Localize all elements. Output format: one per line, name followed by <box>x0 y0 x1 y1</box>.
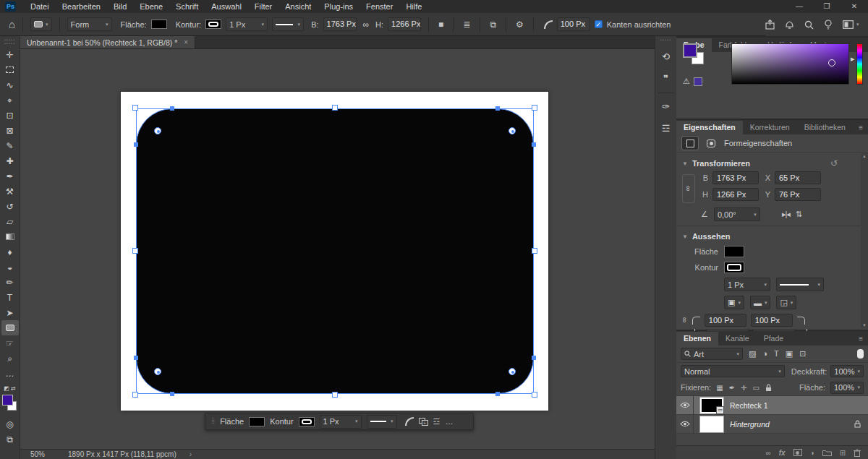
handle-bottom-center[interactable] <box>332 392 338 398</box>
rectangle-tool[interactable] <box>1 320 19 335</box>
layer-name[interactable]: Rechteck 1 <box>730 401 768 410</box>
foreground-background-swatches[interactable] <box>1 395 19 413</box>
layer-name[interactable]: Hintergrund <box>730 420 770 429</box>
drag-handle[interactable]: ⣿ <box>211 420 215 423</box>
foreground-color-swatch[interactable] <box>2 395 13 406</box>
search-icon[interactable] <box>804 20 814 30</box>
radius-widget-bottom-right[interactable] <box>509 368 516 375</box>
x-field[interactable]: 65 Px <box>775 171 821 184</box>
transform-section-header[interactable]: ▼ Transformieren ↺ <box>676 153 868 171</box>
anchor-point[interactable] <box>170 392 174 396</box>
properties-scrollbar[interactable]: ▲ ▼ <box>861 153 868 328</box>
tab-bibliotheken[interactable]: Bibliotheken <box>797 121 853 134</box>
stroke-width-select[interactable]: 1 Px ▾ <box>226 17 268 31</box>
gear-icon[interactable]: ⚙ <box>514 20 526 30</box>
radius-widget-top-left[interactable] <box>154 127 161 134</box>
filter-type-layers-icon[interactable]: T <box>774 349 779 359</box>
clone-stamp-tool[interactable]: ⚒ <box>1 184 19 199</box>
scroll-up-icon[interactable]: ▲ <box>861 154 868 158</box>
share-icon[interactable] <box>765 20 775 30</box>
frame-tool[interactable]: ⊠ <box>1 123 19 138</box>
minimize-button[interactable]: — <box>786 0 813 13</box>
visibility-toggle[interactable] <box>676 415 694 433</box>
handle-mid-left[interactable] <box>132 248 138 254</box>
status-chevron-icon[interactable]: › <box>190 450 192 458</box>
mask-properties-button[interactable] <box>703 137 719 150</box>
new-layer-icon[interactable]: ⊞ <box>840 449 846 457</box>
align-edges-checkbox[interactable]: ✓ <box>595 20 603 28</box>
y-field[interactable]: 76 Px <box>775 188 821 201</box>
link-dimensions-icon[interactable]: ∞ <box>682 174 695 203</box>
stroke-width-select[interactable]: 1 Px ▾ <box>320 415 362 429</box>
duplicate-shape-icon[interactable]: + <box>419 418 428 426</box>
lock-transparency-icon[interactable]: ▦ <box>716 384 723 392</box>
comments-panel-icon[interactable]: ❞ <box>658 69 675 87</box>
appearance-section-header[interactable]: ▼ Aussehen <box>676 226 868 244</box>
lock-all-icon[interactable] <box>765 384 772 392</box>
collapse-arrow-icon[interactable]: ▼ <box>682 160 688 167</box>
menu-bild[interactable]: Bild <box>107 0 133 13</box>
tab-close-icon[interactable]: × <box>184 38 188 46</box>
workspace-switcher[interactable]: ▾ <box>843 20 859 29</box>
dodge-tool[interactable]: ◒ <box>1 259 19 275</box>
anchor-point[interactable] <box>532 356 536 360</box>
panel-grip[interactable]: ••••• <box>660 36 672 43</box>
handle-top-right[interactable] <box>532 105 537 111</box>
menu-auswahl[interactable]: Auswahl <box>205 0 248 13</box>
zoom-level-field[interactable]: 50% <box>30 450 68 458</box>
link-dimensions-icon[interactable]: ∞ <box>361 20 372 30</box>
default-colors-icon[interactable]: ◩ ⇄ <box>4 385 15 392</box>
history-panel-icon[interactable]: ⟲ <box>658 48 675 65</box>
color-picker-cursor[interactable] <box>828 59 835 67</box>
stroke-style-select[interactable]: ▾ <box>776 278 824 291</box>
menu-bearbeiten[interactable]: Bearbeiten <box>56 0 107 13</box>
eyedropper-tool[interactable]: ✎ <box>1 138 19 153</box>
handle-top-left[interactable] <box>132 105 138 111</box>
tool-preset-picker[interactable]: ▾ <box>30 17 52 31</box>
sliders-icon[interactable]: ☲ <box>433 417 441 426</box>
flip-vertical-icon[interactable]: ⇅ <box>796 210 801 219</box>
blend-mode-select[interactable]: Normal ▾ <box>681 365 785 377</box>
blur-tool[interactable]: ♦ <box>1 244 19 259</box>
lightbulb-icon[interactable] <box>824 20 833 30</box>
filter-smart-objects-icon[interactable]: ⊡ <box>799 349 806 359</box>
fill-swatch[interactable] <box>724 246 744 257</box>
stroke-width-select[interactable]: 1 Px ▾ <box>724 278 770 291</box>
move-tool[interactable]: ✛ <box>1 47 19 62</box>
filter-adjustment-layers-icon[interactable]: ◑ <box>762 349 767 359</box>
marquee-tool[interactable] <box>1 62 19 77</box>
radius-top-right-field[interactable]: 100 Px <box>751 314 793 327</box>
eraser-tool[interactable]: ▱ <box>1 214 19 229</box>
stroke-style-select[interactable]: ▾ <box>367 415 397 429</box>
path-operations-icon[interactable]: ■ <box>436 20 446 30</box>
tab-eigenschaften[interactable]: Eigenschaften <box>676 121 743 134</box>
filter-shape-layers-icon[interactable]: ▣ <box>786 349 793 359</box>
collapse-arrow-icon[interactable]: ▼ <box>682 233 688 240</box>
lock-position-icon[interactable]: ✛ <box>741 384 746 392</box>
menu-filter[interactable]: Filter <box>248 0 278 13</box>
pen-tool[interactable]: ✏ <box>1 275 19 290</box>
filter-toggle-switch[interactable] <box>857 349 864 359</box>
layer-row-hintergrund[interactable]: Hintergrund <box>676 415 868 434</box>
panel-menu-icon[interactable]: ≡ <box>854 124 868 134</box>
gamut-warning[interactable]: ⚠ <box>683 77 702 86</box>
fill-opacity-select[interactable]: 100% ▾ <box>830 382 864 394</box>
close-button[interactable]: ✕ <box>841 0 868 13</box>
tool-mode-select[interactable]: Form ▾ <box>67 17 112 31</box>
object-selection-tool[interactable]: ⌖ <box>1 93 19 108</box>
menu-ansicht[interactable]: Ansicht <box>278 0 318 13</box>
brush-tool[interactable]: ✒ <box>1 168 19 184</box>
adjustment-layer-icon[interactable]: ◑ <box>810 449 814 457</box>
canvas-area[interactable]: ⣿ Fläche Kontur 1 Px ▾ ▾ + ☲ … <box>20 49 655 449</box>
color-picker-field[interactable] <box>731 43 849 85</box>
stroke-swatch[interactable] <box>205 20 221 29</box>
stroke-style-select[interactable]: ▾ <box>272 17 304 31</box>
layer-style-icon[interactable]: fx <box>779 449 786 457</box>
height-field[interactable]: 1266 Px <box>712 188 759 201</box>
restore-button[interactable]: ❐ <box>813 0 841 13</box>
shape-height-field[interactable]: 1266 Px <box>388 17 421 31</box>
radius-top-left-field[interactable]: 100 Px <box>705 314 746 327</box>
fill-swatch[interactable] <box>249 417 265 426</box>
menu-fenster[interactable]: Fenster <box>359 0 399 13</box>
lock-artboard-icon[interactable]: ▭ <box>752 384 759 392</box>
